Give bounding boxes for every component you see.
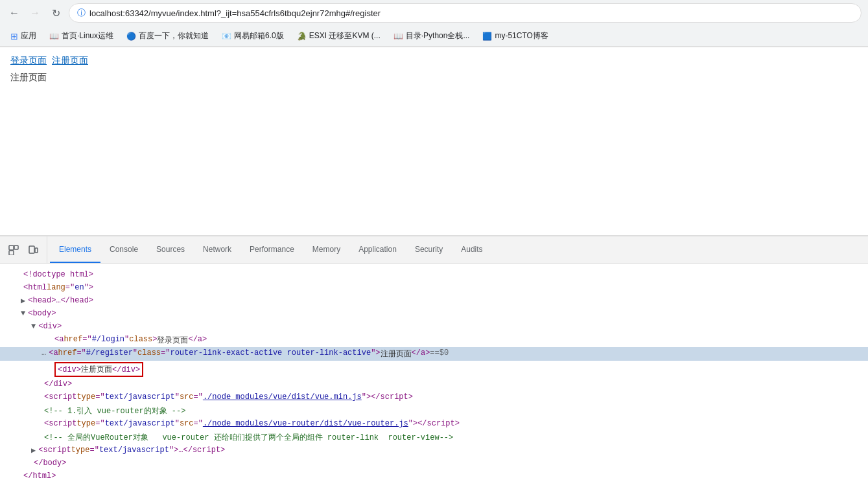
line-comment-global[interactable]: <!-- 全局的VueRouter对象 vue-router 还给咱们提供了两个…	[0, 431, 868, 444]
browser-chrome: ← → ↻ ⓘ localhost:63342/myvue/index.html…	[0, 0, 868, 47]
login-link[interactable]: 登录页面	[10, 55, 47, 67]
line-head[interactable]: ▶ <head>…</head>	[0, 295, 868, 308]
line-a-login[interactable]: <a href="#/login" class>登录页面</a>	[0, 334, 868, 347]
line-script-vue[interactable]: <script type="text/javascript" src="./no…	[0, 391, 868, 404]
tab-console[interactable]: Console	[100, 236, 147, 263]
svg-rect-1	[9, 251, 14, 255]
apps-icon: ⊞	[10, 31, 18, 41]
line-close-div[interactable]: </div>	[0, 378, 868, 391]
baidu-icon: 🔵	[126, 32, 136, 41]
bookmark-email[interactable]: 📧 网易邮箱6.0版	[217, 29, 289, 43]
bookmark-home-linux-label: 首页·Linux运维	[62, 30, 113, 41]
bookmark-blog-label: my-51CTO博客	[495, 30, 548, 41]
bookmark-email-label: 网易邮箱6.0版	[234, 30, 284, 41]
line-html[interactable]: <html lang="en">	[0, 282, 868, 295]
tab-application[interactable]: Application	[349, 236, 406, 263]
back-button[interactable]: ←	[6, 5, 22, 21]
tab-audits[interactable]: Audits	[452, 236, 491, 263]
devtools-tabs: Elements Console Sources Network Perform…	[47, 236, 495, 263]
line-script-main[interactable]: ▶ <script type="text/javascript">…</scri…	[0, 444, 868, 457]
home-linux-icon: 📖	[49, 32, 59, 41]
tab-network[interactable]: Network	[194, 236, 240, 263]
devtools-panel: Elements Console Sources Network Perform…	[0, 235, 868, 500]
email-icon: 📧	[222, 32, 231, 41]
tab-performance[interactable]: Performance	[240, 236, 303, 263]
bookmark-esxi[interactable]: 🐊 ESXI 迁移至KVM (...	[292, 29, 386, 43]
page-heading: 注册页面	[10, 72, 858, 84]
line-comment-vuerouter[interactable]: <!-- 1.引入 vue-router的对象 -->	[0, 404, 868, 418]
devtools-header: Elements Console Sources Network Perform…	[0, 236, 868, 264]
device-toolbar-button[interactable]	[25, 242, 41, 258]
forward-button[interactable]: →	[27, 5, 43, 21]
svg-rect-0	[9, 245, 14, 250]
line-close-html[interactable]: </html>	[0, 470, 868, 483]
address-bar[interactable]: ⓘ localhost:63342/myvue/index.html?_ijt=…	[69, 3, 862, 23]
register-link[interactable]: 注册页面	[52, 55, 88, 67]
page-links: 登录页面 注册页面	[10, 55, 858, 67]
svg-rect-3	[29, 246, 34, 253]
bookmarks-bar: ⊞ 应用 📖 首页·Linux运维 🔵 百度一下，你就知道 📧 网易邮箱6.0版…	[0, 26, 868, 47]
selected-div-indicator: <div>注册页面</div>	[54, 362, 143, 377]
bookmark-python[interactable]: 📖 目录·Python全栈...	[388, 29, 475, 43]
bookmark-python-label: 目录·Python全栈...	[406, 30, 470, 41]
bookmark-blog[interactable]: 🟦 my-51CTO博客	[477, 29, 553, 43]
line-div-register[interactable]: <div>注册页面</div>	[0, 361, 868, 378]
python-icon: 📖	[393, 32, 403, 41]
line-script-vuerouter[interactable]: <script type="text/javascript" src="./no…	[0, 418, 868, 431]
page-content: 登录页面 注册页面 注册页面	[0, 47, 868, 235]
svg-rect-4	[35, 248, 38, 253]
url-text: localhost:63342/myvue/index.html?_ijt=hs…	[89, 8, 853, 18]
bookmark-home-linux[interactable]: 📖 首页·Linux运维	[44, 29, 119, 43]
reload-button[interactable]: ↻	[48, 5, 64, 21]
bookmark-apps[interactable]: ⊞ 应用	[5, 29, 41, 43]
inspect-element-button[interactable]	[5, 242, 22, 258]
bookmark-apps-label: 应用	[21, 30, 36, 41]
nav-bar: ← → ↻ ⓘ localhost:63342/myvue/index.html…	[0, 0, 868, 26]
devtools-code-view: <!doctype html> <html lang="en"> ▶ <head…	[0, 264, 868, 500]
tab-elements[interactable]: Elements	[50, 236, 100, 263]
esxi-icon: 🐊	[297, 32, 307, 41]
line-div-open[interactable]: ▼ <div>	[0, 321, 868, 334]
svg-rect-2	[14, 245, 18, 249]
line-close-body[interactable]: </body>	[0, 457, 868, 470]
bookmark-baidu-label: 百度一下，你就知道	[139, 30, 209, 41]
tab-security[interactable]: Security	[406, 236, 452, 263]
bookmark-esxi-label: ESXI 迁移至KVM (...	[309, 30, 381, 41]
lock-icon: ⓘ	[77, 7, 86, 19]
line-body[interactable]: ▼ <body>	[0, 308, 868, 321]
line-a-register[interactable]: … <a href="#/register" class="router-lin…	[0, 347, 868, 361]
tab-sources[interactable]: Sources	[147, 236, 194, 263]
bookmark-baidu[interactable]: 🔵 百度一下，你就知道	[121, 29, 214, 43]
devtools-icon-group	[0, 236, 47, 263]
tab-memory[interactable]: Memory	[303, 236, 349, 263]
blog-icon: 🟦	[482, 32, 492, 41]
line-doctype[interactable]: <!doctype html>	[0, 269, 868, 282]
